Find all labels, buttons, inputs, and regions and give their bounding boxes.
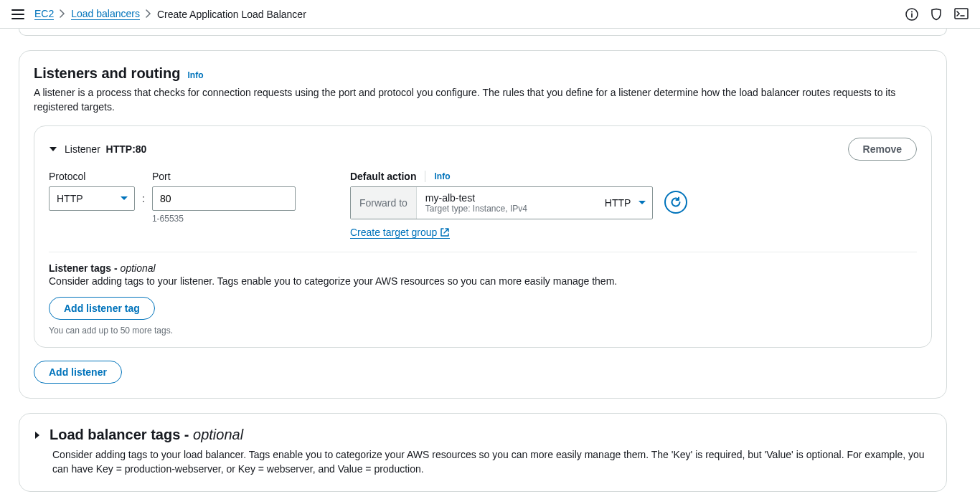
lb-tags-title: Load balancer tags - optional	[50, 427, 243, 443]
listener-tags-limit: You can add up to 50 more tags.	[49, 326, 917, 336]
topbar-right	[905, 8, 969, 21]
lb-tags-title-text: Load balancer tags -	[50, 427, 193, 442]
chevron-right-icon	[146, 9, 151, 20]
caret-down-icon	[638, 200, 646, 206]
protocol-select[interactable]: HTTP	[49, 186, 135, 211]
refresh-button[interactable]	[664, 191, 687, 214]
caret-right-icon[interactable]	[34, 431, 41, 440]
topbar-left: EC2 Load balancers Create Application Lo…	[11, 8, 306, 20]
target-group-protocol: HTTP	[596, 187, 653, 219]
menu-icon[interactable]	[11, 9, 24, 19]
create-target-group-text: Create target group	[350, 227, 437, 238]
section-title: Listeners and routing	[34, 65, 180, 82]
listener-header-left: Listener HTTP:80	[49, 143, 146, 155]
svg-point-1	[911, 11, 913, 12]
protocol-field: Protocol HTTP :	[49, 171, 145, 211]
default-action-info-link[interactable]: Info	[434, 171, 450, 181]
listener-box: Listener HTTP:80 Remove Protocol HTTP	[34, 125, 932, 348]
optional-label: optional	[193, 427, 243, 442]
add-listener-row: Add listener	[34, 361, 932, 384]
load-balancer-tags-panel: Load balancer tags - optional Consider a…	[19, 413, 947, 492]
add-listener-tag-button[interactable]: Add listener tag	[49, 297, 155, 320]
topbar: EC2 Load balancers Create Application Lo…	[0, 0, 980, 29]
section-header: Listeners and routing Info	[34, 65, 932, 82]
remove-listener-button[interactable]: Remove	[848, 138, 917, 161]
default-action-field: Default action Info Forward to my-alb-te…	[350, 171, 687, 239]
default-action-header: Default action Info	[350, 171, 687, 182]
external-link-icon	[440, 227, 450, 237]
forward-to-prefix: Forward to	[351, 187, 417, 219]
previous-panel-stub	[19, 29, 947, 36]
listener-value: HTTP:80	[106, 143, 147, 155]
breadcrumb: EC2 Load balancers Create Application Lo…	[34, 8, 306, 20]
listener-tags-title: Listener tags - optional	[49, 262, 917, 274]
add-listener-button[interactable]: Add listener	[34, 361, 122, 384]
info-circle-icon[interactable]	[905, 8, 918, 21]
port-label: Port	[152, 171, 296, 182]
create-target-group-link[interactable]: Create target group	[350, 227, 450, 239]
breadcrumb-load-balancers[interactable]: Load balancers	[71, 8, 140, 20]
divider	[425, 171, 425, 182]
svg-rect-2	[911, 13, 913, 17]
listeners-routing-panel: Listeners and routing Info A listener is…	[19, 50, 947, 399]
listener-tags-title-text: Listener tags -	[49, 262, 121, 274]
default-action-label: Default action	[350, 171, 417, 182]
caret-down-icon	[120, 196, 128, 201]
target-group-value: my-alb-test Target type: Instance, IPv4	[417, 187, 596, 219]
listener-tags-description: Consider adding tags to your listener. T…	[49, 275, 917, 287]
breadcrumb-current: Create Application Load Balancer	[157, 9, 306, 20]
colon-separator: :	[142, 193, 145, 204]
svg-rect-3	[955, 9, 968, 19]
target-group-subtext: Target type: Instance, IPv4	[425, 204, 588, 214]
port-hint: 1-65535	[152, 214, 296, 224]
lb-tags-header: Load balancer tags - optional	[34, 427, 932, 443]
lb-tags-description: Consider adding tags to your load balanc…	[52, 447, 932, 477]
port-input[interactable]	[152, 186, 296, 211]
shield-icon[interactable]	[930, 8, 943, 21]
chevron-right-icon	[60, 9, 65, 20]
target-protocol-value: HTTP	[605, 197, 631, 209]
page-body: Listeners and routing Info A listener is…	[0, 29, 961, 494]
target-group-select[interactable]: Forward to my-alb-test Target type: Inst…	[350, 186, 653, 219]
listener-label: Listener HTTP:80	[65, 143, 146, 155]
listener-label-text: Listener	[65, 143, 100, 155]
listener-header: Listener HTTP:80 Remove	[49, 138, 917, 161]
caret-down-icon[interactable]	[49, 146, 57, 153]
section-description: A listener is a process that checks for …	[34, 86, 932, 114]
section-info-link[interactable]: Info	[187, 70, 203, 80]
port-field: Port 1-65535	[152, 171, 296, 224]
protocol-label: Protocol	[49, 171, 145, 182]
breadcrumb-ec2[interactable]: EC2	[34, 8, 54, 20]
protocol-value: HTTP	[57, 193, 83, 204]
listener-fields-row: Protocol HTTP : Port	[49, 171, 917, 252]
target-group-name: my-alb-test	[425, 192, 588, 204]
listener-tags-section: Listener tags - optional Consider adding…	[49, 262, 917, 336]
optional-label: optional	[121, 262, 156, 274]
cloudshell-icon[interactable]	[954, 8, 969, 21]
default-action-row: Forward to my-alb-test Target type: Inst…	[350, 186, 687, 219]
